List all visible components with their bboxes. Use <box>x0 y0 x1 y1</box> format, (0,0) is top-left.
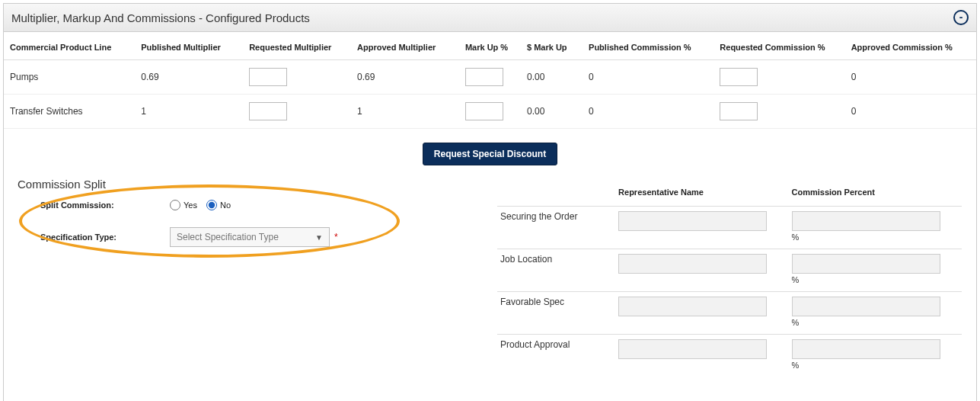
split-yes-label: Yes <box>184 200 197 210</box>
collapse-button[interactable]: - <box>953 10 969 25</box>
col-published-multiplier: Published Multiplier <box>135 35 243 60</box>
panel-body: Commercial Product Line Published Multip… <box>4 35 976 401</box>
commission-split-table: Representative Name Commission Percent S… <box>497 183 962 377</box>
cell-pubcomm: 0 <box>583 95 713 129</box>
col-approved-multiplier: Approved Multiplier <box>351 35 459 60</box>
col-rep-name: Representative Name <box>615 183 788 207</box>
minus-icon: - <box>959 11 963 22</box>
col-published-commission: Published Commission % <box>583 35 713 60</box>
cell-dolmark: 0.00 <box>521 60 583 95</box>
spec-type-placeholder: Select Specification Type <box>177 232 279 242</box>
table-row: Pumps 0.69 0.69 0.00 0 0 <box>4 60 976 95</box>
cell-line: Pumps <box>4 60 135 95</box>
split-row-label: Favorable Spec <box>497 292 615 335</box>
commission-pct-field <box>792 339 940 359</box>
cell-pubcomm: 0 <box>583 60 713 95</box>
split-yes-radio[interactable] <box>170 200 180 210</box>
action-row: Request Special Discount <box>4 136 976 175</box>
chevron-down-icon: ▼ <box>315 233 323 242</box>
rep-name-field <box>618 297 767 316</box>
cell-apprmul: 1 <box>351 95 459 129</box>
pct-suffix: % <box>792 274 959 284</box>
cell-pubmul: 0.69 <box>135 60 243 95</box>
commission-pct-field <box>792 254 940 274</box>
split-row-label: Product Approval <box>497 335 615 377</box>
panel-header: Multiplier, Markup And Commissions - Con… <box>4 4 976 32</box>
cell-apprcomm: 0 <box>845 95 976 129</box>
split-commission-label: Split Commission: <box>18 200 170 210</box>
spec-type-select[interactable]: Select Specification Type ▼ <box>170 227 330 247</box>
split-row: Securing the Order % <box>497 207 962 249</box>
cell-apprcomm: 0 <box>845 60 976 95</box>
split-row-label: Securing the Order <box>497 207 615 249</box>
split-row-label: Job Location <box>497 249 615 292</box>
cell-line: Transfer Switches <box>4 95 135 129</box>
pct-suffix: % <box>792 359 959 370</box>
table-row: Transfer Switches 1 1 0.00 0 0 <box>4 95 976 129</box>
pct-suffix: % <box>792 316 959 327</box>
split-row: Product Approval % <box>497 335 962 377</box>
col-requested-multiplier: Requested Multiplier <box>243 35 351 60</box>
split-row: Job Location % <box>497 249 962 292</box>
requested-commission-input[interactable] <box>720 68 758 86</box>
cell-dolmark: 0.00 <box>521 95 583 129</box>
configured-products-panel: Multiplier, Markup And Commissions - Con… <box>3 3 977 401</box>
requested-multiplier-input[interactable] <box>249 68 287 86</box>
requested-multiplier-input[interactable] <box>249 102 287 120</box>
commission-pct-field <box>792 297 940 316</box>
split-row: Favorable Spec % <box>497 292 962 335</box>
panel-title: Multiplier, Markup And Commissions - Con… <box>11 11 310 24</box>
col-comm-pct: Commission Percent <box>789 183 962 207</box>
col-approved-commission: Approved Commission % <box>845 35 976 60</box>
col-requested-commission: Requested Commission % <box>713 35 844 60</box>
commission-split-form: Split Commission: Yes No Specification T… <box>4 195 976 401</box>
markup-pct-input[interactable] <box>465 102 503 120</box>
rep-name-field <box>618 211 767 231</box>
commission-pct-field <box>792 211 940 231</box>
required-indicator: * <box>334 232 338 242</box>
col-commercial-line: Commercial Product Line <box>4 35 135 60</box>
requested-commission-input[interactable] <box>720 102 758 120</box>
split-no-radio[interactable] <box>206 200 217 210</box>
multiplier-grid: Commercial Product Line Published Multip… <box>4 35 976 129</box>
spec-type-label: Specification Type: <box>18 233 170 242</box>
col-dollar-markup: $ Mark Up <box>521 35 583 60</box>
rep-name-field <box>618 339 767 359</box>
markup-pct-input[interactable] <box>465 68 503 86</box>
cell-pubmul: 1 <box>135 95 243 129</box>
col-markup-pct: Mark Up % <box>459 35 521 60</box>
pct-suffix: % <box>792 231 959 242</box>
rep-name-field <box>618 254 767 274</box>
request-special-discount-button[interactable]: Request Special Discount <box>423 143 557 165</box>
cell-apprmul: 0.69 <box>351 60 459 95</box>
split-no-label: No <box>220 200 231 210</box>
split-commission-radios: Yes No <box>170 200 237 210</box>
